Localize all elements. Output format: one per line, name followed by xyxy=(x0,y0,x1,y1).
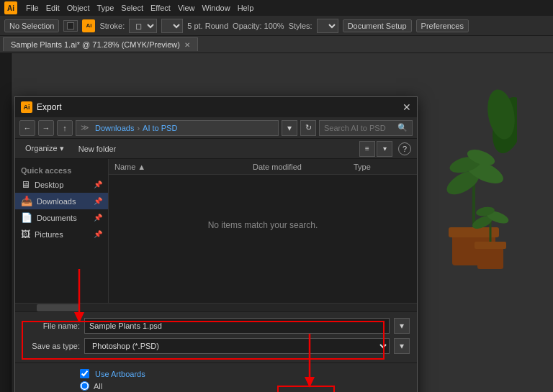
list-view-btn[interactable]: ≡ xyxy=(359,141,375,157)
artboards-section: Use Artboards All Range: xyxy=(15,363,417,392)
pictures-icon: 🖼 xyxy=(21,229,30,240)
downloads-icon: 📥 xyxy=(21,196,32,206)
sidebar-item-downloads[interactable]: 📥 Downloads 📌 xyxy=(15,193,108,209)
menu-effect[interactable]: Effect xyxy=(150,4,171,12)
dialog-close-btn[interactable]: ✕ xyxy=(403,101,411,113)
file-browser: Quick access 🖥 Desktop 📌 📥 Downloads 📌 📄… xyxy=(15,159,417,303)
artboards-row: Use Artboards xyxy=(15,366,417,380)
app-titlebar: Ai File Edit Object Type Select Effect V… xyxy=(0,0,553,16)
view-dropdown-btn[interactable]: ▾ xyxy=(377,141,392,157)
tab-bar: Sample Plants 1.ai* @ 71.28% (CMYK/Previ… xyxy=(0,36,553,53)
nav-forward-btn[interactable]: → xyxy=(38,120,54,136)
artboards-checkbox[interactable] xyxy=(80,369,89,378)
radio-all-label: All xyxy=(94,382,102,391)
export-dialog: Ai Export ✕ ← → ↑ ≫ Downloads › AI to PS… xyxy=(14,96,418,392)
app-menu[interactable]: File Edit Object Type Select Effect View… xyxy=(26,4,253,12)
file-toolbar: Organize ▾ New folder ≡ ▾ ? xyxy=(15,139,417,159)
savetype-row: Save as type: Photoshop (*.PSD) ▾ xyxy=(22,338,410,354)
new-folder-btn[interactable]: New folder xyxy=(74,143,121,155)
menu-window[interactable]: Window xyxy=(202,4,230,12)
nav-refresh-btn[interactable]: ↻ xyxy=(300,120,316,136)
nav-path-downloads[interactable]: Downloads xyxy=(95,124,134,132)
menu-help[interactable]: Help xyxy=(238,4,254,12)
brush-indicator: 5 pt. Round xyxy=(187,22,228,30)
sidebar-desktop-label: Desktop xyxy=(35,181,63,189)
sidebar-item-documents[interactable]: 📄 Documents 📌 xyxy=(15,209,108,226)
radio-all-row: All xyxy=(15,380,417,392)
view-toggle: ≡ ▾ xyxy=(359,141,392,157)
documents-pin: 📌 xyxy=(94,214,102,222)
help-btn[interactable]: ? xyxy=(398,142,411,155)
menu-object[interactable]: Object xyxy=(67,4,90,12)
col-name-header[interactable]: Name ▲ xyxy=(114,163,253,171)
quick-access-label: Quick access xyxy=(15,163,108,176)
nav-path: ≫ Downloads › AI to PSD xyxy=(76,120,279,136)
nav-up-btn[interactable]: ↑ xyxy=(57,120,73,136)
dialog-title: Ai Export xyxy=(21,101,62,113)
filename-label: File name: xyxy=(22,322,80,330)
documents-icon: 📄 xyxy=(21,212,32,223)
dialog-bottom: File name: ▾ Save as type: Photoshop (*.… xyxy=(15,311,417,363)
sidebar-item-pictures[interactable]: 🖼 Pictures 📌 xyxy=(15,226,108,242)
selection-indicator: No Selection xyxy=(4,19,59,32)
fill-swatch[interactable] xyxy=(63,20,78,32)
ai-badge: Ai xyxy=(82,19,95,32)
preferences-btn[interactable]: Preferences xyxy=(416,19,469,32)
stroke-type-select[interactable] xyxy=(161,19,183,33)
search-input[interactable] xyxy=(324,124,396,132)
col-type-header[interactable]: Type xyxy=(354,163,411,171)
filename-dropdown-btn[interactable]: ▾ xyxy=(394,318,410,334)
main-toolbar: No Selection Ai Stroke: ◻ 5 pt. Round Op… xyxy=(0,16,553,36)
menu-type[interactable]: Type xyxy=(97,4,114,12)
pictures-pin: 📌 xyxy=(94,230,102,238)
file-list: Name ▲ Date modified Type No items match… xyxy=(109,159,417,303)
dialog-logo: Ai xyxy=(21,101,32,113)
radio-all[interactable] xyxy=(80,381,89,391)
menu-edit[interactable]: Edit xyxy=(46,4,60,12)
sidebar-pictures-label: Pictures xyxy=(35,230,63,239)
nav-back-btn[interactable]: ← xyxy=(19,120,35,136)
sidebar-item-desktop[interactable]: 🖥 Desktop 📌 xyxy=(15,176,108,193)
col-name-sort: ▲ xyxy=(138,163,145,171)
menu-view[interactable]: View xyxy=(178,4,195,12)
dialog-title-text: Export xyxy=(37,102,62,112)
nav-path-dropdown-btn[interactable]: ▾ xyxy=(282,120,297,136)
savetype-dropdown-btn[interactable]: ▾ xyxy=(394,338,410,354)
styles-label: Styles: xyxy=(289,22,313,30)
artboards-label: Use Artboards xyxy=(95,370,145,378)
tab-close-btn[interactable]: ✕ xyxy=(184,41,190,49)
stroke-label: Stroke: xyxy=(99,22,125,30)
search-icon: 🔍 xyxy=(397,123,408,132)
stroke-select[interactable]: ◻ xyxy=(129,19,157,33)
menu-select[interactable]: Select xyxy=(121,4,143,12)
h-scrollbar[interactable] xyxy=(15,303,417,311)
file-list-header: Name ▲ Date modified Type xyxy=(109,159,417,175)
document-tab[interactable]: Sample Plants 1.ai* @ 71.28% (CMYK/Previ… xyxy=(3,37,198,51)
export-dialog-overlay: Ai Export ✕ ← → ↑ ≫ Downloads › AI to PS… xyxy=(0,53,553,392)
nav-path-current[interactable]: AI to PSD xyxy=(143,124,177,132)
app-logo: Ai xyxy=(4,1,17,14)
downloads-pin: 📌 xyxy=(94,197,102,205)
sidebar: Quick access 🖥 Desktop 📌 📥 Downloads 📌 📄… xyxy=(15,159,109,303)
filename-input[interactable] xyxy=(84,318,390,334)
savetype-label: Save as type: xyxy=(22,342,80,350)
file-list-empty: No items match your search. xyxy=(109,175,417,275)
nav-path-icon: ≫ xyxy=(81,123,89,132)
nav-bar: ← → ↑ ≫ Downloads › AI to PSD ▾ ↻ 🔍 xyxy=(15,117,417,139)
filename-row: File name: ▾ xyxy=(22,318,410,334)
styles-select[interactable] xyxy=(317,19,338,33)
sidebar-documents-label: Documents xyxy=(37,214,77,222)
col-name-label: Name xyxy=(114,163,135,171)
menu-file[interactable]: File xyxy=(26,4,39,12)
dialog-titlebar: Ai Export ✕ xyxy=(15,97,417,117)
desktop-pin: 📌 xyxy=(94,181,102,188)
col-date-header[interactable]: Date modified xyxy=(253,163,354,171)
search-box[interactable]: 🔍 xyxy=(319,120,413,136)
opacity-label: Opacity: 100% xyxy=(233,22,284,30)
main-content: Ai Export ✕ ← → ↑ ≫ Downloads › AI to PS… xyxy=(0,53,553,392)
desktop-icon: 🖥 xyxy=(21,179,30,190)
sidebar-downloads-label: Downloads xyxy=(37,197,76,206)
document-setup-btn[interactable]: Document Setup xyxy=(343,19,412,32)
savetype-select[interactable]: Photoshop (*.PSD) xyxy=(84,338,390,354)
organize-btn[interactable]: Organize ▾ xyxy=(21,142,68,155)
